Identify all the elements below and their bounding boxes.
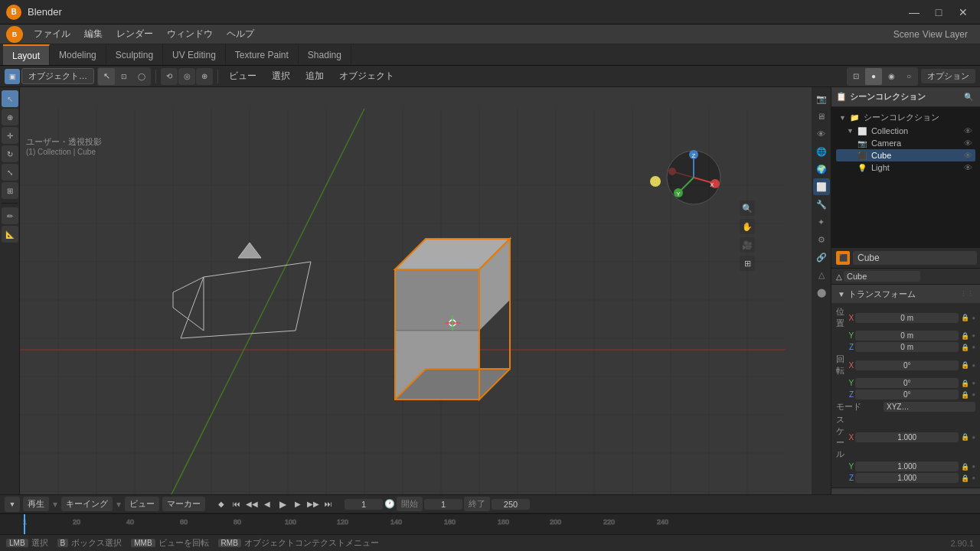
tab-uv-editing[interactable]: UV Editing [163,44,226,65]
next-frame-btn[interactable]: ▶▶ [306,497,320,511]
scene-collection-root[interactable]: ▼ 📁 シーンコレクション [836,110,975,125]
viewport-canvas[interactable]: X Y Z 🔍 [20,109,812,494]
menu-view[interactable]: ビュー [223,68,263,84]
lock-x-icon[interactable]: 🔒 [961,314,969,321]
lock-ry[interactable]: 🔒 [961,380,969,387]
snap2-btn[interactable]: ⊕ [196,68,213,85]
camera-eye[interactable]: 👁 [964,139,972,148]
prop-particles-icon[interactable]: ✦ [813,214,830,230]
lock-sz[interactable]: 🔒 [961,474,969,482]
lock-rx[interactable]: 🔒 [961,361,969,369]
transform-header[interactable]: ▼ トランスフォーム ⋮⋮ [831,285,980,303]
view-label[interactable]: ビュー [125,497,159,511]
tab-layout[interactable]: Layout [3,44,50,65]
timeline-scrubber[interactable]: 1 20 40 60 80 100 120 140 160 180 200 22… [0,514,980,534]
loc-y-field[interactable] [855,331,959,341]
rotate-tool-btn[interactable]: ↻ [2,145,18,162]
tab-texture-paint[interactable]: Texture Paint [226,44,299,65]
menu-render[interactable]: レンダー [110,25,159,43]
tab-modeling[interactable]: Modeling [50,44,106,65]
prop-scene-icon[interactable]: 🌐 [813,143,830,160]
prop-view-icon[interactable]: 👁 [813,126,830,142]
rot-x-field[interactable] [855,360,959,370]
menu-select[interactable]: 選択 [266,68,296,84]
playback-label[interactable]: 再生 [23,497,49,511]
object-name-input[interactable] [853,251,977,265]
menu-help[interactable]: ヘルプ [220,25,260,43]
lock-rz[interactable]: 🔒 [961,391,969,399]
close-button[interactable]: ✕ [952,4,974,21]
prev-frame-btn[interactable]: ◀◀ [245,497,259,511]
scene-selector[interactable]: Scene View Layer [887,29,974,40]
first-frame-btn[interactable]: ⏮ [230,497,243,511]
prop-render-icon[interactable]: 📷 [813,90,830,107]
annotate-btn[interactable]: ✏ [2,207,18,224]
collection-eye[interactable]: 👁 [964,126,972,135]
shade-material-btn[interactable]: ◉ [883,68,900,85]
menu-edit[interactable]: 編集 [78,25,109,43]
menu-add[interactable]: 追加 [299,68,330,84]
light-eye[interactable]: 👁 [964,163,972,172]
prop-world-icon[interactable]: 🌍 [813,161,830,178]
shade-render-btn[interactable]: ○ [900,68,917,85]
tab-sculpting[interactable]: Sculpting [106,44,163,65]
menu-window[interactable]: ウィンドウ [161,25,219,43]
shade-wire-btn[interactable]: ⊡ [848,68,864,85]
scale-z-field[interactable] [855,473,959,483]
rotation-mode-btn[interactable]: XYZ… [884,402,975,412]
viewport[interactable]: X Y Z 🔍 [20,87,812,494]
current-frame-input[interactable] [345,499,383,510]
next-key-btn[interactable]: ▶ [291,497,305,511]
cursor-tool[interactable]: ↖ [98,68,115,85]
lock-y-icon[interactable]: 🔒 [961,332,969,340]
transform-tool-btn[interactable]: ⊞ [2,182,18,199]
tab-shading[interactable]: Shading [299,44,351,65]
minimize-button[interactable]: — [903,4,925,21]
prop-physics-icon[interactable]: ⚙ [813,231,830,248]
select-circle-tool[interactable]: ◯ [133,68,150,85]
mesh-name-input[interactable] [844,271,920,282]
move-tool-btn[interactable]: ✛ [2,127,18,144]
timeline-type-btn[interactable]: ▼ [5,497,20,512]
loc-x-field[interactable] [855,313,959,323]
start-frame-input[interactable] [424,499,462,510]
prop-constraints-icon[interactable]: 🔗 [813,249,830,266]
scale-tool-btn[interactable]: ⤡ [2,164,18,181]
scale-x-field[interactable] [855,432,959,442]
prev-key-btn[interactable]: ◀ [260,497,274,511]
keying-label[interactable]: キーイング [61,497,113,511]
prop-modifier-icon[interactable]: 🔧 [813,196,830,213]
prop-data-icon[interactable]: △ [813,266,830,283]
last-frame-btn[interactable]: ⏭ [322,497,335,511]
menu-object[interactable]: オブジェクト [333,68,400,84]
lock-z-icon[interactable]: 🔒 [961,344,969,351]
play-btn[interactable]: ▶ [276,497,289,511]
outliner-filter-btn[interactable]: 🔍 [962,90,975,104]
cube-row[interactable]: ⬛ Cube 👁 [836,149,975,161]
rot-z-field[interactable] [855,390,959,399]
prop-material-icon[interactable]: ⬤ [813,284,830,301]
cube-eye[interactable]: 👁 [964,151,972,160]
collection-row[interactable]: ▼ ⬜ Collection 👁 [836,125,975,137]
camera-row[interactable]: 📷 Camera 👁 [836,137,975,149]
orientation-gizmo[interactable]: X Y Z [667,150,720,204]
proportional-btn[interactable]: ◎ [178,68,195,85]
cursor-tool-btn[interactable]: ⊕ [2,109,18,126]
shade-solid-btn[interactable]: ● [865,68,882,85]
scale-y-field[interactable] [855,461,959,471]
lock-sy[interactable]: 🔒 [961,463,969,471]
marker-label[interactable]: マーカー [162,497,205,511]
select-box-tool[interactable]: ⊡ [116,68,132,85]
loc-z-field[interactable] [855,342,959,352]
measure-btn[interactable]: 📐 [2,226,18,243]
object-mode-button[interactable]: オブジェクト… [21,68,94,84]
maximize-button[interactable]: □ [928,4,949,21]
options-btn[interactable]: オプション [921,69,975,83]
lock-sx[interactable]: 🔒 [961,433,969,441]
select-tool-btn[interactable]: ↖ [2,90,18,107]
prop-object-icon[interactable]: ⬜ [813,178,830,195]
rot-y-field[interactable] [855,378,959,388]
light-row[interactable]: 💡 Light 👁 [836,161,975,174]
snap-btn[interactable]: ⟲ [161,68,178,85]
delta-transform-header[interactable]: ▶ デルタトランスフォーム [831,488,980,494]
